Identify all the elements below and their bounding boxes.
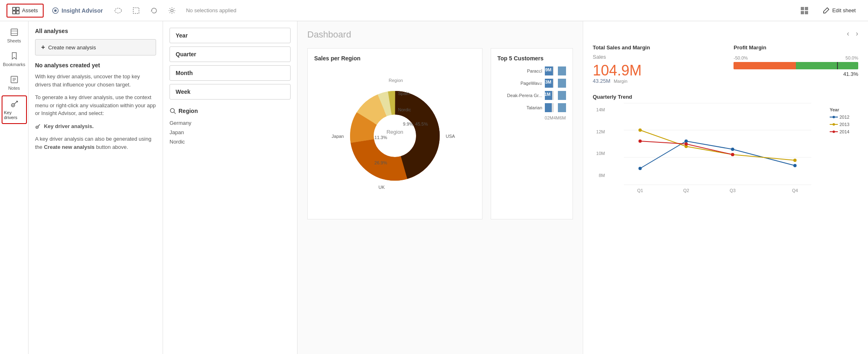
svg-line-27 [38,124,40,126]
customer-bar-deak: 5.11M [545,91,554,100]
lasso-icon [114,7,122,15]
plus-icon: + [41,44,45,51]
bar-fill-deak: 5.11M [545,91,552,100]
profit-bar-labels: -50.0% 50.0% [734,55,858,60]
bar-fill-pagewave: 5.63M [545,79,553,88]
customer-name-deak: Deak-Perera Gr... [498,93,542,98]
sales-label: Sales [593,54,718,60]
description1: With key driver analysis, uncover the to… [35,73,156,88]
legend-line-2013 [830,122,838,126]
sidebar-item-key-drivers[interactable]: Key drivers [2,95,27,124]
x-label-q3: Q3 [729,188,736,193]
sidebar-item-sheets[interactable]: Sheets [2,24,27,46]
filter-week[interactable]: Week [170,84,291,100]
region-label: Region [170,108,291,114]
x-label-q2: Q2 [683,188,689,193]
lasso-button[interactable] [111,3,126,18]
grid-button[interactable] [797,3,812,18]
trend-2013 [640,130,795,160]
top5-title: Top 5 Customers [498,55,566,62]
svg-rect-12 [805,11,808,14]
sidebar-item-bookmarks[interactable]: Bookmarks [2,48,27,70]
total-sales-title: Total Sales and Margin [593,44,718,51]
edit-sheet-button[interactable]: Edit sheet [817,4,861,17]
svg-line-29 [174,112,176,114]
no-selections-indicator: No selections applied [186,7,236,13]
margin-row: 43.25M Margin [593,78,718,84]
prev-arrow[interactable]: ‹ [847,29,849,38]
middle-content: Year Quarter Month Week Region Germany J… [163,21,297,354]
svg-rect-11 [801,11,804,14]
svg-point-8 [171,9,173,12]
legend-line-2014 [830,130,838,134]
svg-rect-0 [13,7,15,10]
point-2014-q2 [684,142,687,146]
filter-year[interactable]: Year [170,28,291,43]
create-new-link: Create new analysis [44,144,95,150]
profit-margin-card: Profit Margin -50.0% 50.0% 41.3% [734,44,858,84]
settings-button[interactable] [165,3,179,18]
create-analysis-button[interactable]: + Create new analysis [35,39,156,55]
svg-point-37 [833,123,835,126]
pencil-icon [822,7,830,14]
icon-sidebar: Sheets Bookmarks Notes [0,21,29,354]
profit-bar-red [734,62,796,69]
svg-point-39 [833,131,835,133]
rect-select-icon [132,7,140,15]
trend-2012 [640,141,795,168]
sales-region-card: Sales per Region [307,48,482,219]
next-arrow[interactable]: › [856,29,858,38]
key-driver-inline-icon [35,124,41,129]
svg-rect-7 [133,8,139,13]
svg-point-5 [54,9,57,12]
sales-region-title: Sales per Region [314,55,476,62]
point-2012-q4 [793,164,796,167]
profit-bar-container: -50.0% 50.0% 41.3% [734,55,858,77]
legend-title: Year [830,107,858,112]
key-drivers-icon [10,100,19,108]
search-icon [170,108,176,114]
gear-icon [168,7,176,15]
point-2013-q4 [793,159,796,162]
svg-point-21 [12,105,13,106]
total-sales-card: Total Sales and Margin Sales 104.9M 43.2… [593,44,718,84]
sidebar-item-notes[interactable]: Notes [2,72,27,94]
donut-outer-labels: Region Spain Nordic Japan UK USA 9.9% 11… [326,66,464,205]
svg-point-28 [170,108,174,113]
rect-select-button[interactable] [129,3,143,18]
filter-month[interactable]: Month [170,65,291,81]
right-panel: ‹ › Total Sales and Margin Sales 104.9M … [583,21,868,354]
filter-quarter[interactable]: Quarter [170,46,291,62]
usa-label: USA [446,134,455,139]
customer-name-pagewave: PageWave [498,81,542,86]
bar-axis: 0 2M 4M 6M [498,115,566,120]
key-driver-instruction: Key driver analysis. [35,122,156,131]
pct-99: 9.9% [403,122,413,126]
legend-label-2014: 2014 [839,129,849,134]
quarterly-trend-svg: Q1 Q2 Q3 Q4 [608,103,827,185]
bar-mini-deak [558,91,566,100]
profit-bar [734,62,858,69]
customer-name-talarian: Talarian [498,105,542,110]
uk-label: UK [379,185,385,190]
svg-rect-3 [16,11,19,14]
description3: A key driver analysis can also be genera… [35,135,156,151]
customer-row-pagewave: PageWave 5.63M [498,79,566,88]
assets-icon [12,7,20,14]
assets-button[interactable]: Assets [7,4,44,18]
pct-113: 11.3% [375,135,387,140]
refresh-button[interactable] [147,3,161,18]
x-label-q4: Q4 [792,188,798,193]
svg-point-26 [37,127,37,128]
insight-advisor-button[interactable]: Insight Advisor [47,4,108,17]
no-analyses-label: No analyses created yet [35,62,156,69]
sheets-icon [10,28,19,37]
nordic-label: Nordic [398,107,411,112]
svg-line-22 [14,101,18,104]
point-2014-q1 [638,139,641,143]
japan-label: Japan [332,134,344,139]
sales-value: 104.9M [593,63,718,78]
bar-mini-talarian [558,103,566,112]
point-2012-q2 [684,139,687,143]
grid-icon [800,6,809,15]
